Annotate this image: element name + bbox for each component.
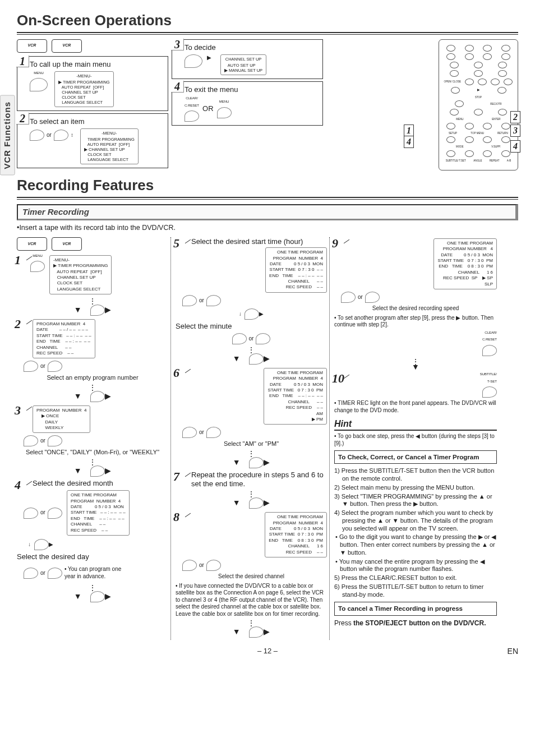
tr-step9: 9 ONE TIME PROGRAMPROGRAM NUMBER 4 DATE … — [334, 237, 497, 356]
menu-label: MENU — [34, 71, 44, 75]
tr-step1: 1 MENU -MENU-▶ TIMER PROGRAMMING AUTO RE… — [17, 254, 168, 296]
step10-note: • TIMER REC light on the front panel app… — [334, 400, 497, 414]
dotted-arrow-icon: ⋮▼ — [334, 359, 497, 371]
once-daily-weekly-screen: PROGRAM NUMBER 4 ▶ ONCE DAILY WEEKLY — [33, 405, 90, 434]
or-text: or — [199, 429, 204, 436]
hand-icon — [24, 361, 38, 372]
otp-screen-s6: ONE TIME PROGRAMPROGRAM NUMBER 4 DATE 0 … — [264, 368, 327, 425]
step8-sel: Select the desired channel — [176, 573, 327, 580]
step2-number: 2 — [16, 113, 29, 125]
hand-icon — [48, 568, 62, 579]
otp-screen-s8: ONE TIME PROGRAMPROGRAM NUMBER 4 DATE 0 … — [265, 512, 327, 557]
check-item-2: 2) Select main menu by pressing the MENU… — [334, 484, 497, 492]
otp-screen-s9: ONE TIME PROGRAMPROGRAM NUMBER 4 DATE 0 … — [433, 238, 497, 289]
tr-step6: 6 ONE TIME PROGRAMPROGRAM NUMBER 4 DATE … — [176, 367, 327, 448]
step1-box: 1 To call up the main menu MENU -MENU- ▶… — [17, 56, 168, 111]
hand-icon — [48, 508, 62, 519]
hand-icon — [365, 292, 380, 303]
dotted-arrow-icon: ⋮▼ ▶ — [176, 492, 327, 509]
tr-step3: 3 PROGRAM NUMBER 4 ▶ ONCE DAILY WEEKLY o… — [17, 404, 168, 457]
arrow-updown-icon: ↕ — [71, 132, 73, 139]
step1-number: 1 — [16, 56, 29, 67]
step3-title: To decide — [185, 43, 319, 52]
hand-icon — [24, 508, 38, 519]
dotted-arrow-icon: ⋮▼ ▶ — [176, 621, 327, 638]
check-item-5: 5) Press the CLEAR/C.RESET button to exi… — [334, 574, 497, 582]
vcr-button-icon: VCR — [52, 39, 82, 53]
remote-mark-4a: 4 — [404, 136, 414, 148]
divider — [17, 32, 518, 35]
hand-icon — [48, 435, 62, 446]
step9-note: • To set another program after step [9],… — [334, 315, 497, 329]
tr-step4: 4 Select the desired month or ONE TIME P… — [17, 479, 168, 582]
remote-mark-3: 3 — [510, 125, 520, 137]
page-footer: – 12 – EN — [17, 647, 518, 656]
check-correct-cancel-heading: To Check, Correct, or Cancel a Timer Pro… — [334, 450, 497, 464]
check-item-1: 1) Press the SUBTITLE/T-SET button then … — [334, 467, 497, 483]
step1-title: To call up the main menu — [30, 60, 164, 69]
hand-icon — [185, 110, 199, 122]
or-text: or — [358, 294, 363, 301]
heading-recording-features: Recording Features — [17, 176, 518, 195]
divider — [17, 197, 518, 200]
dotted-arrow-icon: ⋮▼ ▶ — [17, 460, 168, 477]
hand-icon — [256, 333, 270, 344]
step3-box: 3 To decide ▶ CHANNEL SET UP AUTO SET UP… — [172, 39, 323, 79]
step5-sub: Select the minute — [176, 322, 327, 331]
remote-control-diagram: OPEN/ CLOSE ▶ STOP REC/OTR MENUENTER SET… — [439, 39, 518, 170]
onscreen-ops-section: VCR VCR 1 To call up the main menu MENU … — [17, 39, 518, 171]
cancel-in-progress-heading: To cancel a Timer Recording in progress — [334, 602, 497, 615]
vcr-tape-icon: VCR — [17, 237, 47, 251]
remote-mark-1: 1 — [404, 125, 414, 137]
or-text: or — [40, 363, 45, 370]
step4-title: To exit the menu — [185, 85, 319, 94]
step2-title: To select an item — [30, 117, 164, 126]
side-tab-vcr-functions: VCR Functions — [0, 95, 15, 176]
step3-number: 3 — [171, 39, 184, 50]
vcr-button-icon: VCR — [52, 237, 82, 251]
clear-label: CLEAR/ C.RESET — [482, 331, 497, 342]
or-text: or — [199, 297, 204, 305]
step2-box: 2 To select an item or ↕ -MENU- TIMER PR… — [17, 113, 168, 168]
tr-step5: 5 Select the desired start time (hour) O… — [176, 237, 327, 344]
hint-heading: Hint — [334, 418, 497, 431]
hint-text: • To go back one step, press the ◀ butto… — [334, 433, 497, 447]
hand-icon — [182, 427, 197, 438]
or-text: or — [249, 335, 254, 343]
step2-note: Select an empty program number — [17, 374, 168, 382]
menu-screen: -MENU- ▶ TIMER PROGRAMMING AUTO REPEAT [… — [54, 71, 114, 107]
program-blank-screen: PROGRAM NUMBER 4 DATE – – / – – – – – ST… — [33, 319, 95, 358]
hand-icon — [24, 568, 38, 579]
hand-press-icon — [30, 78, 48, 91]
menu-screen-2: -MENU- TIMER PROGRAMMING AUTO REPEAT [OF… — [80, 128, 139, 164]
step9-sel: Select the desired recording speed — [334, 305, 497, 312]
hand-icon — [482, 386, 497, 398]
step5-title: Select the desired start time (hour) — [191, 237, 327, 246]
hand-icon — [48, 361, 62, 372]
dotted-arrow-icon: ⋮▼ ▶ — [17, 385, 168, 402]
tr-step10: 10 SUBTITLE/ T-SET • TIMER REC light on … — [334, 372, 497, 414]
check-bullet-1: • Go to the digit you want to change by … — [334, 533, 497, 556]
otp-screen-s4a: ONE TIME PROGRAMPROGRAM NUMBER 4 DATE 0 … — [67, 490, 130, 536]
step8-note: • If you have connected the DVD/VCR to a… — [176, 583, 327, 618]
step4-day-text: Select the desired day — [17, 552, 168, 561]
dotted-arrow-icon: ⋮▼ ▶ — [176, 451, 327, 468]
arrow-right-icon: ▶ — [207, 54, 211, 62]
hand-icon — [182, 560, 197, 571]
hand-icon — [206, 560, 221, 571]
subtitle-label: SUBTITLE/ T-SET — [480, 372, 497, 383]
step7-text: Repeat the procedure in steps 5 and 6 to… — [191, 471, 327, 489]
hand-icon — [341, 292, 356, 303]
dotted-arrow-icon: ⋮▼ ▶ — [17, 299, 168, 316]
or-text: or — [40, 437, 45, 445]
hand-icon — [217, 107, 232, 118]
hand-icon — [482, 345, 497, 356]
hand-icon — [232, 333, 247, 344]
step4-number: 4 — [171, 81, 184, 93]
hand-icon — [54, 130, 68, 141]
step4-title: Select the desired month — [33, 479, 168, 488]
page-number: – 12 – — [257, 647, 278, 655]
menu-screen-tr: -MENU-▶ TIMER PROGRAMMING AUTO REPEAT [O… — [49, 255, 112, 294]
channel-setup-screen: CHANNEL SET UP AUTO SET UP ▶ MANUAL SET … — [220, 54, 266, 75]
hand-icon — [30, 130, 44, 141]
